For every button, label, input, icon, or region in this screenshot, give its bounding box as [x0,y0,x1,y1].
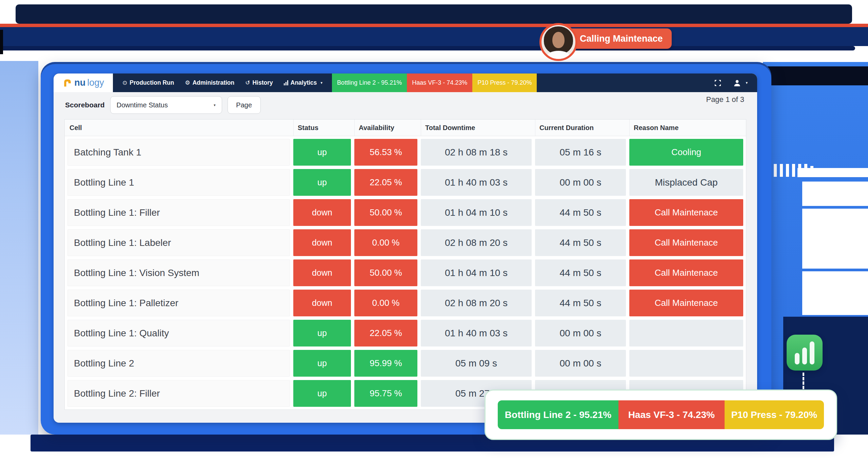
decor-navy-thin-band [0,46,855,50]
table-row: Bottling Line 1: Palletizerdown0.00 %02 … [67,290,743,316]
pagination-status: Page 1 of 3 [706,95,744,104]
cell-name: Bottling Line 1: Filler [67,199,290,226]
summary-chip-p10-press[interactable]: P10 Press - 79.20% [725,400,824,429]
column-header-availability: Availability [354,120,417,136]
bar-chart-glyph [795,341,814,364]
production-run-icon: ⊙ [122,80,127,86]
current-duration-cell: 44 m 50 s [535,199,626,226]
nav-label: Production Run [130,79,174,86]
cell-name: Bottling Line 1: Vision System [67,259,290,286]
decor-navy-band [0,27,868,46]
reason-cell [629,320,743,346]
nav-label: Administration [193,79,234,86]
total-downtime-cell: 01 h 40 m 03 s [421,320,532,346]
user-menu[interactable]: ▾ [733,79,748,87]
summary-chip-bottling-line-2[interactable]: Bottling Line 2 - 95.21% [498,400,618,429]
table-row: Bottling Line 1: Qualityup22.05 %01 h 40… [67,320,743,346]
availability-cell: 50.00 % [354,199,417,226]
chevron-down-icon: ▾ [321,81,323,85]
table-header-row: Cell Status Availability Total Downtime … [65,120,746,136]
availability-cell: 22.05 % [354,320,417,346]
page-button[interactable]: Page [228,96,261,114]
expand-icon[interactable] [714,79,722,87]
total-downtime-cell: 05 m 09 s [421,350,532,377]
reason-cell: Misplaced Cap [629,169,743,196]
decor-white-bar [797,168,868,177]
availability-cell: 0.00 % [354,229,417,256]
nav-item-production-run[interactable]: ⊙ Production Run [122,79,174,86]
status-summary-bar: Bottling Line 2 - 95.21% Haas VF-3 - 74.… [498,400,824,429]
avatar [539,23,577,61]
table-row: Bottling Line 1: Labelerdown0.00 %02 h 0… [67,229,743,256]
bar-chart-icon [787,335,823,371]
summary-chip-haas-vf3[interactable]: Haas VF-3 - 74.23% [618,400,725,429]
current-duration-cell: 00 m 00 s [535,350,626,377]
status-cell: down [293,290,351,316]
column-header-reason-name: Reason Name [629,120,743,136]
cell-name: Bottling Line 1: Palletizer [67,290,290,316]
current-duration-cell: 05 m 16 s [535,139,626,166]
avatar-shirt [547,51,570,61]
availability-cell: 95.99 % [354,350,417,377]
status-cell: up [293,320,351,346]
cell-name: Bottling Line 1: Quality [67,320,290,346]
nav-items: ⊙ Production Run ⚙ Administration ↺ Hist… [113,74,332,92]
cell-name: Batching Tank 1 [67,139,290,166]
nav-chip-p10-press[interactable]: P10 Press - 79.20% [472,74,537,92]
logo-text-logy: logy [87,78,104,88]
status-cell: up [293,139,351,166]
nav-item-administration[interactable]: ⚙ Administration [185,79,234,86]
current-duration-cell: 00 m 00 s [535,169,626,196]
decor-left-notch [0,30,3,54]
nav-chip-haas-vf3[interactable]: Haas VF-3 - 74.23% [407,74,472,92]
view-select[interactable]: Downtime Status ▾ [110,96,222,114]
column-header-current-duration: Current Duration [535,120,626,136]
decor-white-row [802,209,868,269]
nav-chip-bottling-line-2[interactable]: Bottling Line 2 - 95.21% [332,74,407,92]
availability-cell: 0.00 % [354,290,417,316]
column-header-cell: Cell [67,120,290,136]
reason-cell: Call Maintenace [629,259,743,286]
current-duration-cell: 44 m 50 s [535,229,626,256]
app-navbar: nulogy ⊙ Production Run ⚙ Administration… [54,74,757,92]
status-cell: down [293,199,351,226]
user-icon [733,79,742,87]
nav-label: Analytics [291,79,317,86]
availability-cell: 50.00 % [354,259,417,286]
decor-top-band [16,4,852,24]
table-row: Bottling Line 2up95.99 %05 m 09 s00 m 00… [67,350,743,377]
column-header-total-downtime: Total Downtime [421,120,532,136]
current-duration-cell: 00 m 00 s [535,320,626,346]
decor-red-line [0,24,868,27]
availability-cell: 22.05 % [354,169,417,196]
column-header-status: Status [293,120,351,136]
reason-cell: Call Maintenace [629,290,743,316]
cell-name: Bottling Line 1 [67,169,290,196]
nav-item-analytics[interactable]: Analytics ▾ [284,79,322,86]
current-duration-cell: 44 m 50 s [535,259,626,286]
table-row: Bottling Line 1: Vision Systemdown50.00 … [67,259,743,286]
cell-name: Bottling Line 2: Filler [67,380,290,407]
avatar-face [552,32,565,48]
status-cell: down [293,259,351,286]
total-downtime-cell: 01 h 04 m 10 s [421,199,532,226]
logo-text-nu: nu [74,78,85,88]
chevron-down-icon: ▾ [746,81,748,85]
history-icon: ↺ [245,80,250,86]
scoreboard-label: Scoreboard [65,101,105,109]
nulogy-logo[interactable]: nulogy [54,74,113,92]
status-cell: up [293,350,351,377]
availability-cell: 95.75 % [354,380,417,407]
status-cell: up [293,169,351,196]
status-summary-card: Bottling Line 2 - 95.21% Haas VF-3 - 74.… [485,390,837,440]
nav-status-chips: Bottling Line 2 - 95.21% Haas VF-3 - 74.… [332,74,537,92]
nav-item-history[interactable]: ↺ History [245,79,273,86]
analytics-bars-icon [284,80,288,85]
app-window: nulogy ⊙ Production Run ⚙ Administration… [54,74,757,423]
status-cell: down [293,229,351,256]
table-row: Bottling Line 1up22.05 %01 h 40 m 03 s00… [67,169,743,196]
scoreboard-toolbar: Scoreboard Downtime Status ▾ Page [54,92,757,117]
total-downtime-cell: 01 h 04 m 10 s [421,259,532,286]
table-row: Batching Tank 1up56.53 %02 h 08 m 18 s05… [67,139,743,166]
gear-icon: ⚙ [185,80,190,86]
